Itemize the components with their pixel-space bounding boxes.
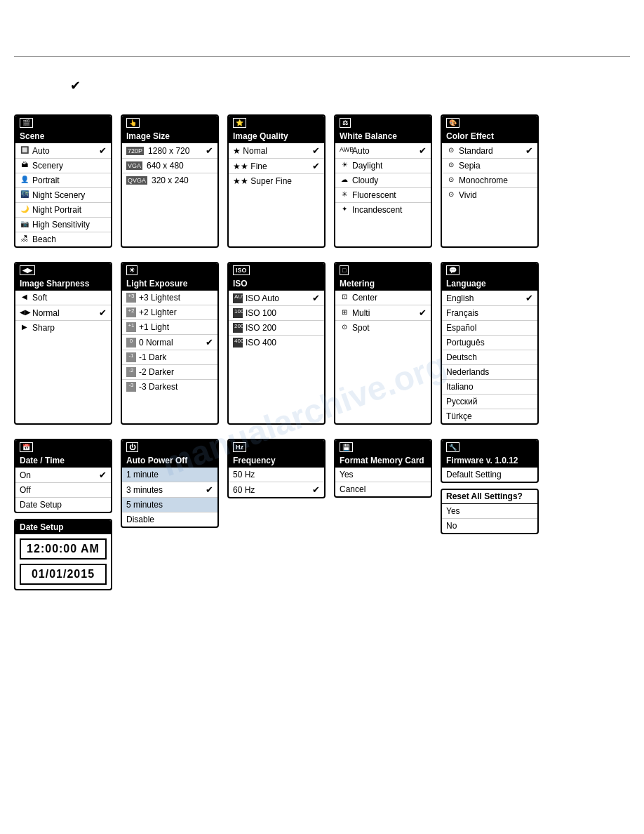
exposure-p1[interactable]: +1 +1 Light: [122, 320, 217, 335]
sharpness-sharp[interactable]: ▶ Sharp: [15, 321, 111, 335]
size-qvga[interactable]: QVGA 320 x 240: [122, 173, 217, 187]
metering-spot[interactable]: ⊙ Spot: [335, 321, 431, 335]
checkmark-icon: ✔: [70, 79, 81, 93]
datetime-icon: 📅: [20, 442, 33, 452]
scene-portrait[interactable]: 👤 Portrait: [15, 173, 111, 188]
scenery-icon: 🏔: [20, 161, 29, 171]
checkmark-area: ✔: [70, 78, 630, 93]
light-exposure-header: ☀: [122, 263, 217, 277]
iso-auto[interactable]: AUTO ISO Auto ✔: [229, 291, 324, 306]
metering-center[interactable]: ⊡ Center: [335, 291, 431, 305]
dt-date-setup[interactable]: Date Setup: [15, 498, 111, 512]
iso-200[interactable]: 200 ISO 200: [229, 321, 324, 336]
scene-auto[interactable]: 🔲 Auto ✔: [15, 143, 111, 159]
iso-400[interactable]: 400 ISO 400: [229, 336, 324, 350]
scene-beach[interactable]: 🏖 Beach: [15, 232, 111, 246]
wb-incandescent[interactable]: ✦ Incandescent: [335, 203, 431, 217]
auto-power-header: ⏻: [122, 440, 217, 454]
exposure-p2[interactable]: +2 +2 Lighter: [122, 305, 217, 320]
wb-cloudy[interactable]: ☁ Cloudy: [335, 173, 431, 188]
english-check: ✔: [525, 293, 533, 303]
metering-icon: □: [340, 265, 349, 275]
freq-60hz[interactable]: 60 Hz ✔: [229, 482, 324, 497]
lang-italiano[interactable]: Italiano: [442, 380, 537, 395]
lang-francais[interactable]: Français: [442, 306, 537, 321]
firmware-title: Firmware v. 1.0.12: [442, 454, 537, 468]
light-exposure-menu: ☀ Light Exposure +3 +3 Lightest +2 +2 Li…: [121, 262, 219, 425]
default-setting[interactable]: Default Setting: [442, 468, 537, 482]
auto-check: ✔: [99, 145, 107, 156]
top-divider: [14, 56, 630, 57]
lang-turkish[interactable]: Türkçe: [442, 409, 537, 423]
size-720p-check: ✔: [206, 145, 213, 156]
image-quality-menu: ⭐ Image Quality ★ Nomal ✔ ★★ Fine ✔ ★★ S…: [227, 114, 326, 248]
exposure-m3[interactable]: -3 -3 Darkest: [122, 380, 217, 394]
quality-fine[interactable]: ★★ Fine ✔: [229, 159, 324, 174]
iso-100-icon: 100: [233, 308, 243, 318]
lang-portugues[interactable]: Português: [442, 336, 537, 350]
power-disable[interactable]: Disable: [122, 512, 217, 527]
iso-100[interactable]: 100 ISO 100: [229, 306, 324, 321]
dt-off[interactable]: Off: [15, 483, 111, 498]
size-vga[interactable]: VGA 640 x 480: [122, 159, 217, 173]
frequency-title: Frequency: [229, 454, 324, 468]
sharpness-soft[interactable]: ◀ Soft: [15, 291, 111, 305]
sharpness-normal[interactable]: ◀▶ Normal ✔: [15, 305, 111, 321]
ce-standard[interactable]: ⊙ Standard ✔: [442, 143, 537, 159]
language-header: 💬: [442, 263, 537, 277]
lang-nederlands[interactable]: Nederlands: [442, 365, 537, 380]
frequency-header: Hz: [229, 440, 324, 454]
ce-vivid-icon: ⊙: [446, 190, 456, 200]
exposure-m2[interactable]: -2 -2 Darker: [122, 365, 217, 380]
time-display[interactable]: 12:00:00 AM: [20, 538, 107, 560]
format-cancel[interactable]: Cancel: [335, 482, 431, 496]
center-icon: ⊡: [340, 293, 349, 303]
metering-multi[interactable]: ⊞ Multi ✔: [335, 305, 431, 321]
freq-50hz[interactable]: 50 Hz: [229, 468, 324, 482]
frequency-icon: Hz: [233, 442, 246, 452]
exposure-0[interactable]: 0 0 Normal ✔: [122, 335, 217, 350]
quality-normal[interactable]: ★ Nomal ✔: [229, 143, 324, 159]
exp-m1-icon: -1: [126, 352, 136, 362]
wb-auto[interactable]: AWB Auto ✔: [335, 143, 431, 159]
size-720p[interactable]: 720P 1280 x 720 ✔: [122, 143, 217, 159]
reset-settings-menu: Reset All Settings? Yes No: [441, 489, 539, 534]
exposure-p3[interactable]: +3 +3 Lightest: [122, 291, 217, 305]
image-sharpness-icon: ◀▶: [20, 265, 35, 275]
exposure-m1[interactable]: -1 -1 Dark: [122, 350, 217, 365]
quality-super-fine[interactable]: ★★ Super Fine: [229, 174, 324, 188]
wb-daylight[interactable]: ☀ Daylight: [335, 159, 431, 173]
lang-deutsch[interactable]: Deutsch: [442, 350, 537, 365]
power-3min[interactable]: 3 minutes ✔: [122, 482, 217, 498]
lang-espanol[interactable]: Español: [442, 321, 537, 336]
wb-fluorescent[interactable]: ✳ Fluorescent: [335, 188, 431, 203]
reset-yes[interactable]: Yes: [442, 504, 537, 519]
lang-english[interactable]: English ✔: [442, 291, 537, 306]
scene-high-sensitivity[interactable]: 📷 High Sensitivity: [15, 218, 111, 232]
white-balance-menu: ⚖ White Balance AWB Auto ✔ ☀ Daylight ☁ …: [334, 114, 432, 248]
power-icon: ⏻: [126, 442, 138, 452]
reset-no[interactable]: No: [442, 519, 537, 533]
ce-monochrome[interactable]: ⊙ Monochrome: [442, 173, 537, 188]
lang-russian[interactable]: Русский: [442, 395, 537, 409]
multi-check: ✔: [419, 307, 427, 318]
iso-menu: ISO ISO AUTO ISO Auto ✔ 100 ISO 100 200 …: [227, 262, 326, 425]
iso-title: ISO: [229, 277, 324, 291]
date-display[interactable]: 01/01/2015: [20, 564, 107, 585]
scene-scenery[interactable]: 🏔 Scenery: [15, 159, 111, 173]
wb-auto-icon: AWB: [340, 146, 349, 156]
scene-night-scenery[interactable]: 🌃 Night Scenery: [15, 188, 111, 203]
power-1min[interactable]: 1 minute: [122, 468, 217, 482]
ce-sepia[interactable]: ⊙ Sepia: [442, 159, 537, 173]
beach-icon: 🏖: [20, 234, 29, 244]
power-5min[interactable]: 5 minutes: [122, 498, 217, 512]
format-yes[interactable]: Yes: [335, 468, 431, 482]
dt-on[interactable]: On ✔: [15, 468, 111, 483]
ce-vivid[interactable]: ⊙ Vivid: [442, 188, 537, 202]
soft-icon: ◀: [20, 293, 29, 303]
ce-monochrome-icon: ⊙: [446, 176, 456, 185]
wb-cloudy-icon: ☁: [340, 176, 349, 185]
image-size-header: 👆: [122, 116, 217, 130]
scene-night-portrait[interactable]: 🌙 Night Portrait: [15, 203, 111, 218]
metering-title: Metering: [335, 277, 431, 291]
